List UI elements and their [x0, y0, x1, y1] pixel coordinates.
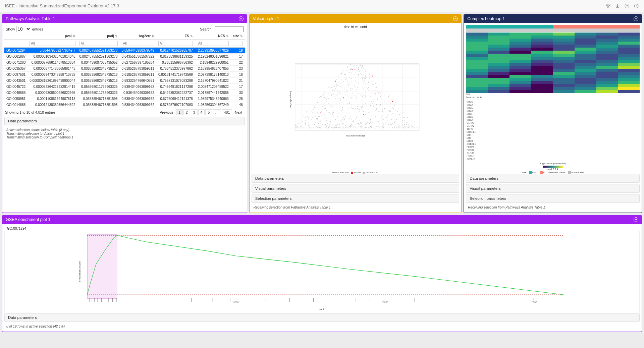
page-link[interactable]: …: [213, 109, 221, 115]
table-row[interactable]: GO:00466880.000093086009260229950.055968…: [4, 90, 245, 96]
svg-point-1136: [374, 92, 374, 93]
svg-point-942: [376, 121, 377, 121]
download-icon[interactable]: [615, 3, 620, 9]
gsea-plot[interactable]: 50001000015000rankenrichment score: [4, 231, 640, 313]
svg-point-797: [333, 85, 334, 86]
column-header[interactable]: pval: [28, 33, 77, 40]
column-header[interactable]: ES: [156, 33, 195, 40]
svg-point-1038: [400, 127, 400, 128]
collapse-selection-parameters[interactable]: Selection parameters: [252, 194, 459, 203]
svg-point-236: [389, 110, 390, 111]
page-link[interactable]: 1: [176, 109, 183, 115]
table-row[interactable]: GO:00457220.0000823642256328144190.05596…: [4, 84, 245, 90]
svg-point-1143: [368, 73, 369, 73]
svg-point-1042: [377, 92, 378, 93]
table-row[interactable]: GO:00435010.000008152618934389000440.006…: [4, 78, 245, 84]
svg-point-1056: [321, 115, 322, 116]
table-row[interactable]: GO:00712800.00000276861146785138340.0044…: [4, 60, 245, 66]
svg-point-770: [300, 125, 301, 126]
column-header[interactable]: padj: [77, 33, 120, 40]
column-header[interactable]: NES: [195, 33, 231, 40]
svg-point-527: [396, 128, 396, 128]
column-filter[interactable]: [158, 41, 193, 46]
svg-point-309: [335, 98, 336, 99]
heatmap-plot[interactable]: dex Selected points MT1GMT2AMT1EMT1XMT1F…: [466, 25, 640, 161]
page-link[interactable]: Previous: [158, 110, 175, 115]
svg-point-869: [376, 124, 377, 124]
collapse-icon[interactable]: [634, 217, 638, 222]
svg-point-766: [390, 107, 390, 107]
page-link[interactable]: 5: [205, 109, 212, 115]
svg-point-907: [300, 126, 301, 127]
column-header[interactable]: [4, 33, 28, 40]
table-row[interactable]: GO:00353570.0000057714806658814430.00653…: [4, 66, 245, 72]
diagram-icon[interactable]: [605, 3, 611, 9]
svg-point-324: [314, 128, 315, 128]
search-input[interactable]: [215, 26, 244, 32]
svg-point-947: [325, 94, 325, 94]
entries-select[interactable]: 102550100: [16, 26, 31, 32]
collapse-data-parameters[interactable]: Data parameters: [252, 174, 459, 183]
svg-point-406: [357, 67, 357, 68]
svg-point-639: [328, 94, 329, 94]
svg-point-957: [364, 78, 365, 79]
table-row[interactable]: GO:00148880.000121383507564448220.058385…: [4, 102, 245, 108]
svg-point-832: [375, 96, 376, 96]
svg-point-995: [299, 128, 300, 128]
collapse-visual-parameters[interactable]: Visual parameters: [252, 184, 459, 193]
table-row[interactable]: GO:00616870.0000010343254018140460.00248…: [4, 54, 245, 60]
collapse-selection-parameters[interactable]: Selection parameters: [466, 194, 640, 203]
svg-point-974: [335, 91, 335, 91]
svg-point-1016: [364, 118, 365, 118]
pathways-table: pvalpadjlog2errESNESsize GO:00712945.864…: [4, 33, 245, 108]
column-filter[interactable]: [197, 41, 229, 46]
svg-point-123: [357, 120, 358, 121]
page-link[interactable]: 481: [222, 109, 232, 115]
help-icon[interactable]: ?: [624, 3, 630, 9]
table-row[interactable]: GO:00712945.864479639277684e-70.00248755…: [4, 48, 245, 54]
collapse-data-parameters[interactable]: Data parameters: [466, 174, 640, 183]
column-filter[interactable]: [233, 41, 243, 46]
table-row[interactable]: GO:00975010.00000694733489587137320.0065…: [4, 72, 245, 78]
svg-point-153: [313, 108, 314, 108]
svg-point-935: [321, 128, 322, 128]
column-header[interactable]: size: [231, 33, 245, 40]
svg-point-669: [352, 128, 352, 128]
collapse-icon[interactable]: [239, 16, 244, 21]
column-filter[interactable]: [122, 41, 154, 46]
svg-point-1104: [338, 127, 339, 128]
svg-point-519: [332, 114, 333, 115]
svg-point-660: [365, 76, 366, 77]
svg-point-71: [368, 82, 369, 83]
collapse-icon[interactable]: [634, 16, 638, 21]
svg-point-1151: [309, 128, 309, 128]
collapse-data-parameters[interactable]: Data parameters: [4, 313, 640, 322]
svg-point-514: [405, 126, 406, 127]
table-row[interactable]: GO:00509510.00011086162490781130.0583854…: [4, 96, 245, 102]
svg-point-953: [383, 89, 383, 90]
svg-point-234: [324, 100, 325, 100]
column-header[interactable]: log2err: [120, 33, 156, 40]
page-link[interactable]: 4: [198, 109, 205, 115]
column-filter[interactable]: [79, 41, 118, 46]
svg-point-1095: [324, 106, 325, 107]
page-link[interactable]: Next: [233, 110, 244, 115]
volcano-plot[interactable]: log₂ fold change-log₁₀(p-value): [252, 29, 459, 170]
svg-point-272: [408, 124, 409, 125]
svg-point-475: [364, 98, 365, 99]
collapse-icon[interactable]: [453, 16, 458, 21]
page-link[interactable]: 2: [183, 109, 190, 115]
svg-point-750: [359, 102, 359, 102]
collapse-visual-parameters[interactable]: Visual parameters: [466, 184, 640, 193]
info-icon[interactable]: i: [634, 3, 639, 9]
svg-point-1057: [360, 86, 360, 87]
svg-point-1052: [383, 126, 383, 126]
column-filter[interactable]: [30, 41, 75, 46]
svg-point-553: [380, 95, 381, 96]
page-link[interactable]: 3: [191, 109, 198, 115]
svg-point-837: [340, 74, 341, 75]
collapse-data-parameters[interactable]: Data parameters: [4, 117, 245, 125]
svg-point-1039: [325, 127, 326, 127]
svg-point-780: [362, 70, 362, 70]
svg-point-434: [325, 108, 326, 109]
